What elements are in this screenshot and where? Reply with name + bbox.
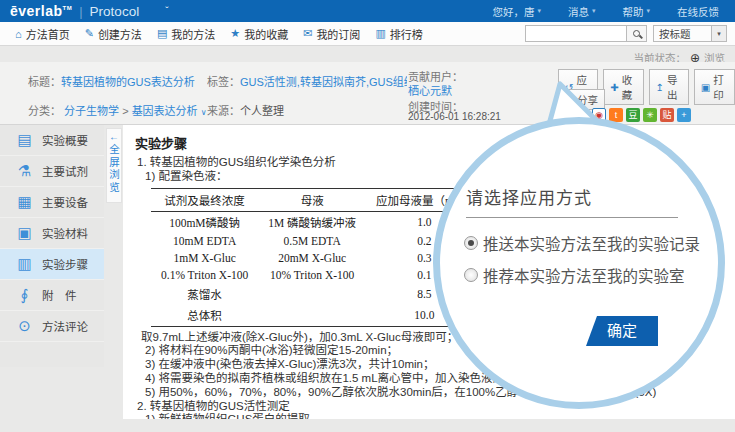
document-icon: ▤ — [157, 27, 167, 40]
chevron-down-icon: ▾ — [592, 7, 596, 15]
sidebar-item-reagents[interactable]: ⚗主要试剂 — [0, 156, 104, 187]
tags-label: 标签： — [207, 76, 240, 88]
category-label: 分类： — [28, 105, 61, 117]
method-title-link[interactable]: 转基因植物的GUS表达分析 — [61, 76, 195, 88]
nav-my-favorites[interactable]: ★我的收藏 — [230, 26, 288, 42]
chevron-down-icon: ▾ — [711, 26, 726, 41]
table-row: 蒸馏水8.5 — [151, 284, 483, 305]
option-push-to-records[interactable]: 推送本实验方法至我的实验记录 — [464, 232, 700, 254]
document-icon: ▤ — [16, 131, 33, 149]
messages-menu[interactable]: 消息▾ — [568, 4, 596, 19]
category-main-link[interactable]: 分子生物学 — [64, 105, 119, 117]
sidebar: ▤实验概要 ⚗主要试剂 ▦主要设备 ▣实验材料 ▥实验步骤 ∮附 件 ⊙方法评论 — [0, 125, 104, 367]
favorite-icon: ✚ — [610, 82, 618, 93]
product-name: Protocol — [90, 4, 140, 19]
export-icon: ↥ — [656, 82, 664, 93]
search-icon — [633, 30, 640, 37]
category-sub-link[interactable]: 基因表达分析 — [132, 105, 198, 117]
chevron-down-icon: ▾ — [537, 7, 541, 15]
search-input[interactable] — [525, 25, 627, 42]
search-filter-select[interactable]: 按标题 ▾ — [653, 25, 727, 42]
user-menu[interactable]: 您好，唐▾ — [492, 4, 541, 19]
back-arrow-icon: ← — [107, 131, 121, 142]
sidebar-item-attachments[interactable]: ∮附 件 — [0, 280, 104, 311]
comment-icon: ⊙ — [16, 317, 33, 335]
share-douban-icon[interactable]: 豆 — [626, 108, 640, 122]
nav-my-methods[interactable]: ▤我的方法 — [157, 26, 215, 42]
sidebar-item-equipment[interactable]: ▦主要设备 — [0, 187, 104, 218]
option-recommend-to-lab[interactable]: 推荐本实验方法至我的实验室 — [464, 264, 685, 286]
apply-dialog: 请选择应用方式 推送本实验方法至我的实验记录 推荐本实验方法至我的实验室 确定 — [433, 117, 725, 409]
table-row: 总体积10.0 — [151, 305, 483, 327]
sidebar-item-comments[interactable]: ⊙方法评论 — [0, 311, 104, 342]
print-icon: ▣ — [701, 82, 710, 93]
dialog-divider — [466, 217, 678, 218]
nav-ranking[interactable]: ▥排行榜 — [375, 26, 422, 42]
col-header: 试剂及最终浓度 — [151, 188, 258, 211]
flask-icon: ⚗ — [16, 162, 33, 180]
sidebar-item-materials[interactable]: ▣实验材料 — [0, 218, 104, 249]
product-switch-caret-icon[interactable]: ˇ — [165, 6, 168, 17]
confirm-button[interactable]: 确定 — [586, 316, 658, 346]
box-icon: ▣ — [16, 224, 33, 242]
sidebar-item-overview[interactable]: ▤实验概要 — [0, 125, 104, 156]
table-header-row: 试剂及最终浓度 母液 应加母液量（mL） — [151, 188, 483, 211]
trademark: TM — [63, 5, 73, 11]
share-weibo-icon[interactable]: ✳ — [643, 108, 657, 122]
search-button[interactable] — [627, 25, 647, 42]
nav-bar: ⌂方法首页 ✎创建方法 ▤我的方法 ★我的收藏 ✉我的订阅 ▥排行榜 按标题 ▾ — [0, 22, 735, 46]
share-more-icon[interactable]: + — [677, 108, 691, 122]
chevron-down-icon: ▾ — [646, 7, 650, 15]
clipboard-icon: ▥ — [16, 255, 33, 273]
search-box — [525, 25, 647, 42]
top-bar: ēverlabTM | Protocol ˇ 您好，唐▾ 消息▾ 帮助▾ 在线反… — [0, 0, 735, 22]
step-line: 2. 转基因植物的GUS活性测定 — [137, 400, 735, 414]
equipment-icon: ▦ — [16, 193, 33, 211]
paperclip-icon: ∮ — [16, 286, 33, 304]
export-button[interactable]: ↥导出 — [649, 69, 689, 105]
nav-create-method[interactable]: ✎创建方法 — [85, 26, 142, 42]
print-button[interactable]: ▣打印 — [694, 69, 735, 105]
logo-divider: | — [79, 4, 82, 19]
source-value: 个人整理 — [240, 105, 284, 117]
brand-logo[interactable]: ēverlabTM — [10, 3, 72, 19]
fullscreen-toggle[interactable]: ← 全屏浏览 — [106, 128, 122, 203]
contributor-link[interactable]: 栖心元默 — [408, 82, 452, 98]
category-separator: > — [122, 105, 128, 117]
chevron-down-icon[interactable]: ∨ — [201, 108, 207, 117]
sidebar-item-steps[interactable]: ▥实验步骤 — [0, 249, 104, 280]
nav-my-subscriptions[interactable]: ✉我的订阅 — [303, 26, 360, 42]
source-label: 来源： — [207, 105, 240, 117]
created-timestamp: 2012-06-01 16:28:21 — [408, 111, 501, 122]
radio-selected-icon[interactable] — [464, 236, 478, 250]
share-icon: ❖ — [565, 94, 574, 105]
favorite-button[interactable]: ✚收藏 — [603, 69, 643, 105]
edit-icon: ✎ — [85, 27, 94, 40]
title-label: 标题： — [28, 76, 61, 88]
help-menu[interactable]: 帮助▾ — [622, 4, 650, 19]
share-button[interactable]: ❖分享 — [558, 89, 605, 110]
top-links: 您好，唐▾ 消息▾ 帮助▾ 在线反馈 — [492, 4, 735, 19]
method-tags[interactable]: GUS活性测,转基因拟南芥,GUS组织化.. — [240, 76, 407, 88]
envelope-icon: ✉ — [303, 27, 312, 40]
fullscreen-label: 全屏浏览 — [107, 144, 122, 194]
feedback-link[interactable]: 在线反馈 — [677, 4, 719, 19]
radio-unselected-icon[interactable] — [464, 268, 478, 282]
step-line: 1) 新鲜植物组织GUS蛋白的提取 — [145, 413, 735, 419]
nav-method-home[interactable]: ⌂方法首页 — [15, 26, 70, 42]
table-row: 100mM磷酸钠1M 磷酸钠缓冲液1.0 — [151, 211, 483, 233]
home-icon: ⌂ — [15, 28, 22, 40]
page: ēverlabTM | Protocol ˇ 您好，唐▾ 消息▾ 帮助▾ 在线反… — [0, 0, 735, 432]
method-header: 标题：转基因植物的GUS表达分析 标签：GUS活性测,转基因拟南芥,GUS组织化… — [0, 62, 735, 125]
dialog-title: 请选择应用方式 — [466, 184, 592, 209]
star-icon: ★ — [230, 27, 240, 40]
share-tieba-icon[interactable]: 贴 — [660, 108, 674, 122]
col-header: 母液 — [258, 188, 366, 211]
bar-chart-icon: ▥ — [375, 27, 385, 40]
